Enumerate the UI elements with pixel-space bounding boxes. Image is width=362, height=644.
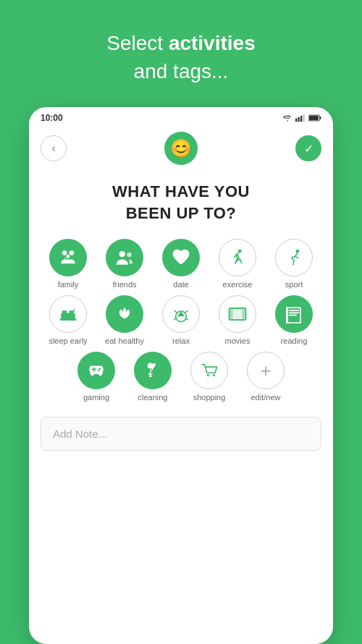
exercise-label: exercise (223, 280, 253, 289)
header-line2: and tags... (134, 60, 229, 82)
add-note-field[interactable]: Add Note... (41, 417, 321, 451)
svg-rect-16 (62, 310, 67, 314)
activities-grid: family friends (29, 239, 333, 406)
svg-point-27 (98, 370, 99, 371)
svg-point-10 (119, 251, 125, 257)
check-button[interactable]: ✓ (295, 135, 321, 161)
date-icon-circle (162, 239, 200, 276)
family-icon-circle (49, 239, 87, 276)
emoji-icon: 😊 (164, 132, 198, 165)
activity-family[interactable]: family (43, 239, 93, 289)
svg-point-8 (70, 250, 75, 255)
question-section: WHAT HAVE YOUBEEN UP TO? (29, 174, 333, 238)
edit-new-label: edit/new (251, 393, 281, 402)
svg-rect-5 (320, 116, 321, 119)
activity-row-3: gaming cleaning (41, 352, 321, 402)
eat-healthy-label: eat healthy (105, 336, 144, 346)
svg-point-11 (127, 252, 132, 257)
friends-label: friends (112, 280, 136, 289)
svg-point-7 (62, 250, 67, 255)
activity-sport[interactable]: sport (269, 239, 319, 289)
activity-gaming[interactable]: gaming (72, 352, 121, 402)
svg-text:z: z (73, 307, 76, 313)
wifi-icon (282, 114, 292, 122)
activity-cleaning[interactable]: cleaning (128, 352, 177, 402)
date-label: date (173, 280, 188, 289)
sport-icon-circle (275, 239, 313, 276)
cleaning-icon-circle (134, 352, 172, 389)
svg-rect-18 (60, 318, 77, 320)
status-bar: 10:00 (29, 107, 333, 126)
movies-icon-circle (219, 295, 256, 333)
eat-healthy-icon-circle (106, 295, 143, 333)
activity-friends[interactable]: friends (100, 239, 149, 289)
question-text: WHAT HAVE YOUBEEN UP TO? (43, 181, 319, 224)
activity-movies[interactable]: movies (213, 295, 262, 346)
shopping-icon-circle (190, 352, 228, 389)
header-bold: activities (169, 32, 256, 54)
movies-label: movies (225, 336, 251, 346)
back-button[interactable]: ‹ (41, 135, 67, 161)
activity-edit-new[interactable]: + edit/new (241, 352, 290, 402)
reading-label: reading (281, 336, 308, 346)
svg-point-30 (213, 374, 215, 376)
activity-row-1: family friends (41, 239, 321, 289)
activity-exercise[interactable]: exercise (213, 239, 262, 289)
phone-container: 10:00 ‹ 😊 ✓ WHAT HAVE YO (29, 107, 333, 644)
svg-point-29 (207, 374, 209, 376)
svg-point-13 (238, 250, 241, 253)
status-time: 10:00 (41, 113, 63, 123)
sport-label: sport (285, 280, 303, 289)
svg-rect-3 (303, 115, 305, 122)
activity-row-2: z sleep early eat healthy (41, 295, 321, 346)
header: Select activities and tags... (92, 0, 269, 107)
gaming-icon-circle (77, 352, 115, 389)
header-line1: Select (106, 32, 169, 54)
exercise-icon-circle (219, 239, 256, 276)
svg-rect-0 (295, 119, 297, 122)
status-icons (282, 114, 321, 122)
svg-rect-1 (298, 117, 300, 122)
shopping-label: shopping (193, 393, 226, 402)
nav-bar: ‹ 😊 ✓ (29, 126, 333, 174)
relax-label: relax (172, 336, 190, 346)
activity-shopping[interactable]: shopping (185, 352, 234, 402)
sleep-early-icon-circle: z (49, 295, 87, 333)
cleaning-label: cleaning (138, 393, 168, 402)
svg-point-9 (67, 255, 70, 258)
activity-relax[interactable]: relax (156, 295, 206, 346)
battery-icon (308, 114, 321, 122)
relax-icon-circle (162, 295, 200, 333)
sleep-early-label: sleep early (49, 336, 87, 346)
svg-point-26 (99, 368, 101, 369)
edit-new-icon-circle: + (247, 352, 285, 389)
add-note-placeholder: Add Note... (53, 428, 107, 440)
friends-icon-circle (106, 239, 143, 276)
activity-eat-healthy[interactable]: eat healthy (100, 295, 149, 346)
activity-sleep-early[interactable]: z sleep early (43, 295, 93, 346)
svg-rect-2 (300, 116, 302, 122)
svg-rect-6 (309, 116, 319, 120)
family-label: family (58, 280, 79, 289)
reading-icon-circle (275, 295, 313, 333)
gaming-label: gaming (83, 393, 109, 402)
activity-reading[interactable]: reading (269, 295, 319, 346)
activity-date[interactable]: date (156, 239, 206, 289)
signal-icon (295, 114, 306, 122)
